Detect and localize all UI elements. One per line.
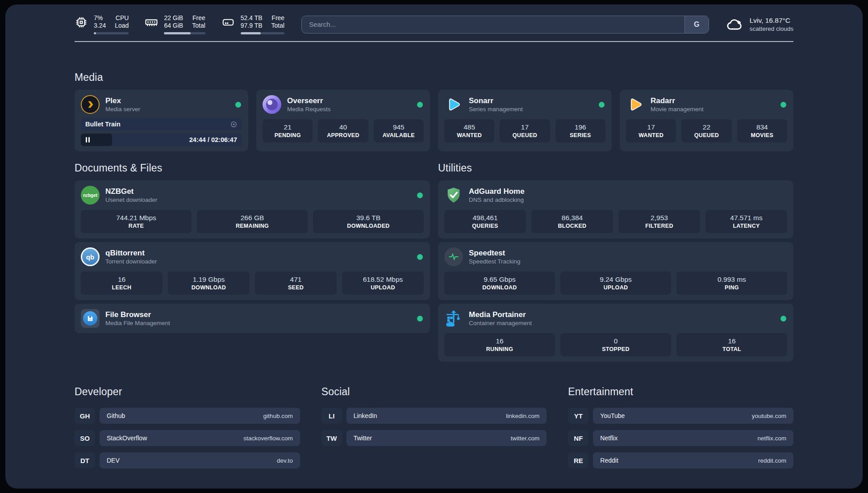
bookmark-url: reddit.com [758,457,786,464]
radarr-card[interactable]: Radarr Movie management 17 WANTED 22 QUE… [620,90,793,151]
stat-tile: 266 GB REMAINING [197,210,308,233]
bookmark-linkedin[interactable]: LI LinkedIn linkedin.com [321,408,547,424]
bookmark-reddit[interactable]: RE Reddit reddit.com [568,452,793,468]
bookmark-github[interactable]: GH Github github.com [75,408,300,424]
stat-value: 16 [118,276,125,284]
bookmark-name: Reddit [600,457,618,464]
bookmark-name: Twitter [354,435,372,442]
playback-progress-bar: 24:44 / 02:06:47 [81,134,242,146]
file-browser-card[interactable]: File Browser Media File Management [75,304,430,333]
stat-tile: 744.21 Mbps RATE [81,210,192,233]
card-subtitle: Media Requests [287,105,411,113]
media-cards-row: Plex Media server Bullet Train 24:44 / 0… [75,90,793,151]
card-title: Plex [105,96,230,105]
bookmark-dev[interactable]: DT DEV dev.to [75,452,300,468]
stat-value: 471 [290,276,302,284]
stat-label: LEECH [112,284,132,291]
stat-value: 266 GB [241,214,264,222]
bookmark-abbr: GH [75,408,95,424]
stat-label: PING [725,284,739,291]
weather-condition: scattered clouds [750,25,793,33]
section-title-media: Media [75,71,793,84]
bookmark-stackoverflow[interactable]: SO StackOverflow stackoverflow.com [75,430,300,446]
status-dot [780,102,786,108]
stat-label: PENDING [275,132,301,138]
status-dot [780,316,786,322]
disk-total-label: Total [271,22,285,29]
stat-label: WANTED [457,132,482,138]
dashboard-app: 7% CPU 3.24 Load [5,4,863,489]
card-title: Sonarr [469,96,593,105]
stat-tile: 471 SEED [255,272,337,295]
qbittorrent-card[interactable]: qb qBittorrent Torrent downloader 16 LEE… [75,242,430,300]
radarr-icon [626,95,645,114]
stat-value: 17 [521,123,529,131]
status-dot [599,102,605,108]
search-input[interactable] [302,16,684,33]
memory-progress-bar [164,32,205,34]
card-subtitle: Media File Management [105,319,411,327]
now-playing-title: Bullet Train [85,121,121,128]
speedtest-card[interactable]: Speedtest Speedtest Tracking 9.65 Gbps D… [438,242,793,300]
stat-label: SERIES [570,132,591,138]
stat-tile: 17 QUEUED [500,119,550,142]
stat-value: 86,384 [562,214,583,222]
qbittorrent-icon: qb [81,247,100,266]
bookmark-netflix[interactable]: NF Netflix netflix.com [568,430,793,446]
stat-value: 17 [647,123,655,131]
stat-tile: 86,384 BLOCKED [531,210,613,233]
stat-label: RATE [129,223,144,229]
adguard-icon [444,186,463,205]
stat-value: 834 [756,123,768,131]
cpu-load-label: Load [115,22,129,29]
stat-value: 40 [339,123,347,131]
card-title: qBittorrent [105,248,411,258]
stat-tile: 39.6 TB DOWNLOADED [313,210,424,233]
adguard-home-card[interactable]: AdGuard Home DNS and adblocking 498,461 … [438,180,793,238]
stat-label: FILTERED [645,223,673,229]
memory-icon [145,16,158,29]
plex-card[interactable]: Plex Media server Bullet Train 24:44 / 0… [75,90,248,151]
weather-location-temp: Lviv, 16.87°C [750,16,793,25]
stat-tile: 618.52 Mbps UPLOAD [342,272,424,295]
stat-label: LATENCY [733,223,760,229]
stat-label: UPLOAD [604,284,628,291]
overseerr-card[interactable]: Overseerr Media Requests 21 PENDING 40 A… [256,90,430,151]
stat-label: WANTED [638,132,664,138]
stat-label: REMAINING [236,223,269,229]
stat-tile: 945 AVAILABLE [374,119,424,142]
card-subtitle: Container management [469,319,775,327]
bookmark-group-social: Social LI LinkedIn linkedin.com TW Twitt… [321,386,547,468]
stat-tile: 9.65 Gbps DOWNLOAD [444,272,555,295]
stat-label: BLOCKED [558,223,587,229]
bookmark-abbr: TW [321,430,342,446]
card-subtitle: Movie management [651,105,775,113]
stat-tile: 40 APPROVED [318,119,368,142]
bookmark-url: netflix.com [757,435,786,442]
bookmark-name: Netflix [600,435,618,442]
stat-tile: 196 SERIES [555,119,605,142]
search-provider-button[interactable]: G [684,16,709,33]
session-view-icon[interactable] [230,121,238,128]
stat-label: APPROVED [327,132,359,138]
cpu-icon [75,16,88,29]
disk-free-value: 52.4 TB [241,14,263,22]
nzbget-card[interactable]: nzbget NZBGet Usenet downloader 744.21 M… [75,180,430,238]
cpu-progress-bar [94,32,129,34]
stat-tile: 22 QUEUED [681,119,731,142]
bookmark-twitter[interactable]: TW Twitter twitter.com [321,430,547,446]
stat-tile: 16 LEECH [81,272,163,295]
stat-label: QUEUED [513,132,537,138]
bookmark-youtube[interactable]: YT YouTube youtube.com [568,408,793,424]
card-subtitle: Media server [105,105,230,113]
stat-value: 0.993 ms [718,276,746,284]
portainer-card[interactable]: Media Portainer Container management 16 … [438,304,793,362]
sonarr-card[interactable]: Sonarr Series management 485 WANTED 17 Q… [438,90,612,151]
stat-tile: 2,953 FILTERED [618,210,700,233]
status-dot [417,254,423,260]
group-title: Social [321,386,547,398]
nzbget-icon: nzbget [81,186,100,205]
bookmark-abbr: SO [75,430,95,446]
bookmark-name: YouTube [600,412,625,419]
card-title: Media Portainer [469,310,775,319]
